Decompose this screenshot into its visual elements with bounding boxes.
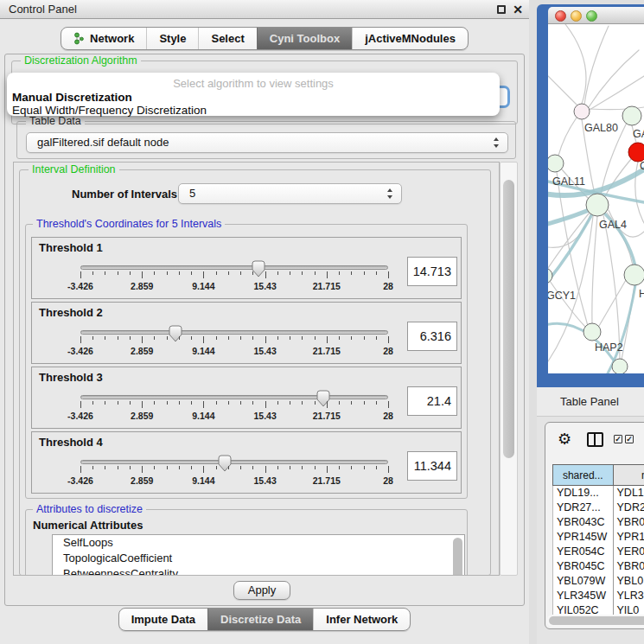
popup-option-2[interactable]: Equal Width/Frequency Discretization	[12, 104, 207, 117]
network-graph[interactable]: GAL80GACGAL11GAL4GCY1HHAP2	[548, 24, 644, 373]
network-node[interactable]	[574, 104, 590, 119]
number-of-intervals-combobox[interactable]: 5	[178, 183, 402, 204]
network-node-label: GAL80	[584, 122, 618, 134]
table-row[interactable]: YBR045CYBR0	[552, 559, 644, 574]
table-cell: YDR27...	[553, 501, 614, 515]
slider-thumb[interactable]	[252, 260, 265, 277]
table-column-header-1[interactable]: shared...	[553, 465, 614, 485]
slider-thumb[interactable]	[316, 390, 330, 407]
scrollbar-thumb[interactable]	[549, 616, 644, 625]
network-node-label: GCY1	[548, 290, 576, 302]
slider-thumb[interactable]	[218, 455, 232, 472]
threshold-slider[interactable]: -3.4262.8599.14415.4321.71528	[80, 325, 388, 363]
table-header-row: shared...na	[552, 464, 644, 486]
network-node[interactable]	[583, 323, 601, 341]
tab-impute-data[interactable]: Impute Data	[119, 609, 207, 630]
table-row[interactable]: YDR27...YDR2	[552, 501, 644, 515]
network-node[interactable]	[622, 106, 641, 125]
list-item[interactable]: SelfLoops	[53, 535, 464, 551]
checkbox-icon[interactable]: ✓	[625, 435, 634, 443]
tab-jactivemnodules[interactable]: jActiveMNodules	[352, 28, 468, 49]
table-panel-titlebar[interactable]: Table Panel	[537, 387, 644, 417]
network-canvas[interactable]: GAL80GACGAL11GAL4GCY1HHAP2	[548, 24, 644, 373]
zoom-traffic-light-icon[interactable]	[586, 10, 597, 22]
slider-track[interactable]	[80, 265, 388, 270]
slider-thumb[interactable]	[169, 325, 182, 342]
float-window-icon[interactable]	[497, 5, 506, 14]
tick-mark	[142, 401, 143, 408]
table-cell: YER0	[614, 545, 644, 559]
close-icon[interactable]: ✕	[513, 1, 523, 18]
network-node[interactable]	[586, 194, 609, 216]
network-node[interactable]	[612, 359, 628, 373]
table-horizontal-scrollbar[interactable]	[547, 615, 644, 627]
tab-cyni-toolbox[interactable]: Cyni Toolbox	[257, 28, 352, 49]
checkbox-icon[interactable]: ✓	[614, 435, 622, 443]
tab-network[interactable]: Network	[61, 28, 146, 49]
tab-label: Select	[211, 32, 244, 45]
network-node[interactable]	[548, 155, 564, 172]
threshold-value-field[interactable]: 6.316	[407, 322, 457, 351]
threshold-value-field[interactable]: 11.344	[407, 451, 457, 481]
tick-mark	[105, 401, 105, 405]
tab-discretize-data[interactable]: Discretize Data	[207, 609, 313, 630]
tick-mark	[118, 401, 118, 405]
network-window-titlebar[interactable]	[548, 7, 644, 24]
threshold-label: Threshold 1	[39, 241, 103, 254]
table-row[interactable]: YLR345WYLR3	[552, 589, 644, 603]
threshold-slider[interactable]: -3.4262.8599.14415.4321.71528	[80, 260, 388, 298]
numerical-attributes-label: Numerical Attributes	[33, 519, 143, 532]
columns-icon[interactable]	[587, 432, 603, 447]
numerical-attributes-list[interactable]: SelfLoopsTopologicalCoefficientBetweenne…	[52, 534, 465, 576]
table-row[interactable]: YBR043CYBR0	[552, 515, 644, 530]
interval-definition-title: Interval Definition	[29, 163, 119, 176]
tick-mark	[92, 401, 93, 405]
threshold-slider[interactable]: -3.4262.8599.14415.4321.71528	[80, 455, 388, 493]
scale-label: 15.43	[253, 475, 276, 486]
tick-mark	[339, 401, 340, 405]
threshold-slider[interactable]: -3.4262.8599.14415.4321.71528	[80, 390, 388, 428]
tick-mark	[142, 466, 143, 473]
table-cell: YDR2	[614, 501, 644, 515]
thresholds-group-title: Threshold's Coordinates for 5 Intervals	[33, 218, 225, 231]
minimize-traffic-light-icon[interactable]	[571, 10, 582, 22]
table-row[interactable]: YDL19...YDL1	[552, 486, 644, 501]
popup-option-1[interactable]: Manual Discretization	[12, 91, 132, 104]
network-node[interactable]	[628, 143, 644, 162]
panel-vertical-scrollbar[interactable]	[500, 162, 518, 576]
table-cell: YBR0	[614, 559, 644, 574]
apply-button[interactable]: Apply	[233, 581, 290, 600]
network-node[interactable]	[624, 265, 644, 285]
tick-mark	[142, 271, 143, 278]
table-row[interactable]: YPR145WYPR1	[552, 530, 644, 545]
list-vertical-scrollbar[interactable]	[453, 538, 462, 576]
screenshot-root: Control Panel ✕ NetworkStyleSelectCyni T…	[0, 0, 644, 644]
table-column-header-2[interactable]: na	[614, 465, 644, 485]
table-data-combobox[interactable]: galFiltered.sif default node	[26, 132, 508, 153]
close-traffic-light-icon[interactable]	[555, 10, 566, 22]
list-item[interactable]: BetweennessCentrality	[53, 566, 464, 576]
tab-style[interactable]: Style	[146, 28, 198, 49]
table-row[interactable]: YER054CYER0	[552, 545, 644, 559]
tick-mark	[130, 336, 131, 340]
top-tabs-segmented-control: NetworkStyleSelectCyni ToolboxjActiveMNo…	[61, 27, 469, 50]
scrollbar-thumb[interactable]	[503, 180, 514, 458]
tick-mark	[228, 401, 229, 405]
tick-mark	[118, 271, 118, 275]
table-panel-body: ⚙ ✓ ✓ shared...na YDL19...YDL1YDR27...YD…	[537, 417, 644, 644]
tab-infer-network[interactable]: Infer Network	[313, 609, 410, 630]
threshold-value-field[interactable]: 14.713	[407, 257, 457, 286]
slider-track[interactable]	[80, 395, 388, 399]
tab-select[interactable]: Select	[198, 28, 256, 49]
tick-mark	[265, 336, 266, 343]
scale-label: 21.715	[313, 411, 341, 421]
slider-track[interactable]	[80, 460, 388, 464]
list-item[interactable]: TopologicalCoefficient	[53, 551, 464, 566]
network-node[interactable]	[548, 268, 552, 284]
table-cell: YDL1	[614, 486, 644, 501]
control-panel-titlebar[interactable]: Control Panel ✕	[0, 0, 529, 19]
threshold-value-field[interactable]: 21.4	[407, 386, 457, 416]
gear-icon[interactable]: ⚙	[558, 430, 571, 448]
table-row[interactable]: YBL079WYBL0	[552, 574, 644, 589]
slider-track[interactable]	[80, 330, 388, 335]
